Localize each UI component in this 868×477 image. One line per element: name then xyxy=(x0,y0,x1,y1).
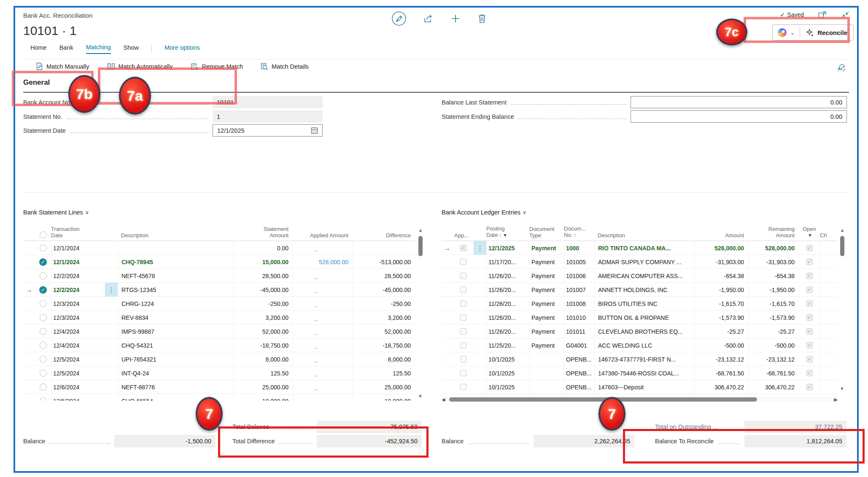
row-menu[interactable] xyxy=(105,241,118,255)
ch-cell[interactable] xyxy=(820,297,838,311)
difference-cell[interactable]: -18,750.00 xyxy=(353,338,415,352)
open-checkbox-cell[interactable]: ✓ xyxy=(799,356,820,362)
col-transaction-date[interactable]: TransactionDate xyxy=(51,226,105,241)
applied-checkbox-cell[interactable] xyxy=(453,328,474,335)
col-description[interactable]: Description xyxy=(118,232,234,241)
ch-cell[interactable] xyxy=(820,324,838,338)
radio-icon[interactable] xyxy=(40,328,47,335)
applied-amount-cell[interactable]: _ xyxy=(293,324,353,338)
row-menu[interactable] xyxy=(474,297,486,311)
scroll-down-arrow[interactable]: ▼ xyxy=(418,394,423,399)
document-type-cell[interactable] xyxy=(529,366,564,380)
applied-checkbox-cell[interactable] xyxy=(453,314,474,321)
difference-cell[interactable]: 125.50 xyxy=(353,366,415,380)
open-checkbox-cell[interactable]: ✓ xyxy=(799,273,820,279)
applied-amount-cell[interactable]: _ xyxy=(293,269,353,283)
scroll-thumb[interactable] xyxy=(840,236,844,256)
applied-checkbox[interactable] xyxy=(460,300,466,307)
applied-checkbox[interactable] xyxy=(460,342,466,348)
col-amount[interactable]: Amount xyxy=(694,232,748,241)
posting-date-cell[interactable]: 11/25/20... xyxy=(486,338,529,352)
transaction-date-cell[interactable]: 12/3/2024 xyxy=(51,297,105,311)
remaining-amount-cell[interactable]: 528,000.00 xyxy=(748,241,799,255)
remaining-amount-cell[interactable]: -23,132.12 xyxy=(748,352,799,366)
description-cell[interactable]: BUTTON OIL & PROPANE xyxy=(594,311,694,324)
posting-date-cell[interactable]: 10/1/2025 xyxy=(486,366,529,380)
col-document-no[interactable]: Docum... No.↑ xyxy=(564,225,594,241)
document-no-cell[interactable]: 101005 xyxy=(564,255,594,269)
difference-cell[interactable]: 8,000.00 xyxy=(353,352,415,366)
open-checkbox[interactable]: ✓ xyxy=(806,370,813,376)
unpin-icon[interactable] xyxy=(837,63,846,72)
open-checkbox[interactable]: ✓ xyxy=(806,300,813,307)
row-menu[interactable] xyxy=(474,255,486,269)
scroll-thumb[interactable] xyxy=(418,236,423,256)
amount-cell[interactable]: -31,903.00 xyxy=(694,255,748,269)
transaction-date-cell[interactable]: 12/5/2024 xyxy=(51,352,105,366)
delete-trash-icon[interactable] xyxy=(477,13,487,24)
applied-amount-cell[interactable]: _ xyxy=(293,241,353,255)
applied-amount-cell[interactable]: _ xyxy=(293,366,353,380)
open-checkbox[interactable]: ✓ xyxy=(806,259,813,265)
ch-cell[interactable] xyxy=(820,241,838,255)
current-row-arrow[interactable]: → xyxy=(23,286,35,293)
row-matched-check[interactable]: ✓ xyxy=(35,258,51,266)
match-details-button[interactable]: Match Details xyxy=(261,63,309,70)
col-applied[interactable]: App... xyxy=(453,232,474,241)
document-type-cell[interactable]: Payment xyxy=(529,297,564,311)
ledger-entry-row[interactable]: 10/1/2025OPENB...146723-47377791-FIRST N… xyxy=(442,352,838,366)
transaction-date-cell[interactable]: 12/1/2024 xyxy=(51,241,105,255)
row-menu[interactable] xyxy=(474,366,486,380)
open-checkbox[interactable]: ✓ xyxy=(806,273,813,279)
ledger-entry-row[interactable]: 10/1/2025OPENB...147603---Deposit306,470… xyxy=(442,380,838,394)
applied-checkbox-cell[interactable] xyxy=(453,287,474,293)
posting-date-cell[interactable]: 11/26/20... xyxy=(486,297,529,311)
description-cell[interactable]: ACC WELDING LLC xyxy=(594,338,694,352)
ch-cell[interactable] xyxy=(820,269,838,283)
amount-cell[interactable]: -1,950.00 xyxy=(694,283,748,297)
description-cell[interactable] xyxy=(118,241,234,255)
row-menu[interactable] xyxy=(105,352,118,366)
applied-amount-cell[interactable]: _ xyxy=(293,283,353,297)
description-cell[interactable]: 147603---Deposit xyxy=(594,380,694,394)
applied-checkbox-cell[interactable] xyxy=(453,342,474,348)
difference-cell[interactable]: -45,000.00 xyxy=(353,283,415,297)
row-menu[interactable]: ⋮ xyxy=(474,241,486,255)
applied-checkbox-cell[interactable] xyxy=(453,300,474,307)
amount-cell[interactable]: 528,000.00 xyxy=(694,241,748,255)
row-menu[interactable] xyxy=(474,283,486,297)
ledger-entry-row[interactable]: 11/26/20...Payment101007ANNETT HOLDINGS,… xyxy=(442,283,838,297)
description-cell[interactable]: NEFT-45678 xyxy=(118,269,234,283)
applied-checkbox[interactable] xyxy=(460,356,466,362)
col-ch[interactable]: Ch xyxy=(820,232,838,241)
row-select-radio[interactable] xyxy=(35,356,51,363)
document-type-cell[interactable]: Payment xyxy=(529,241,564,255)
applied-amount-cell[interactable]: _ xyxy=(293,311,353,324)
description-cell[interactable]: RTGS-12345 xyxy=(118,283,234,297)
amount-cell[interactable]: -654.38 xyxy=(694,269,748,283)
match-manually-button[interactable]: Match Manually xyxy=(36,62,89,70)
scroll-right-arrow[interactable]: ▶ xyxy=(834,397,838,402)
row-select-radio[interactable] xyxy=(35,328,51,335)
description-cell[interactable]: ADMAR SUPPLY COMPANY ... xyxy=(594,255,694,269)
scroll-up-arrow[interactable]: ▲ xyxy=(418,228,423,233)
row-select-radio[interactable] xyxy=(35,383,51,391)
bank-statement-lines-title[interactable]: Bank Statement Lines ∨ xyxy=(23,209,425,216)
check-circle-icon[interactable]: ✓ xyxy=(39,258,47,266)
document-type-cell[interactable]: Payment xyxy=(529,255,564,269)
radio-icon[interactable] xyxy=(40,370,47,377)
ledger-entry-row[interactable]: 11/17/20...Payment101005ADMAR SUPPLY COM… xyxy=(442,255,838,269)
posting-date-cell[interactable]: 11/26/20... xyxy=(486,311,529,324)
posting-date-cell[interactable]: 11/17/20... xyxy=(486,255,529,269)
radio-icon[interactable] xyxy=(40,272,47,279)
ledger-entry-row[interactable]: 11/25/20...PaymentG04001ACC WELDING LLC-… xyxy=(442,338,838,352)
open-checkbox-cell[interactable]: ✓ xyxy=(799,259,820,265)
calendar-icon[interactable] xyxy=(311,127,318,134)
open-checkbox[interactable]: ✓ xyxy=(806,245,813,251)
row-menu[interactable] xyxy=(474,380,486,394)
description-cell[interactable]: CHQ-78945 xyxy=(118,255,234,269)
row-matched-check[interactable]: ✓ xyxy=(35,286,51,294)
ch-cell[interactable] xyxy=(820,338,838,352)
transaction-date-cell[interactable]: 12/4/2024 xyxy=(51,338,105,352)
scroll-up-arrow[interactable]: ▲ xyxy=(840,228,845,233)
